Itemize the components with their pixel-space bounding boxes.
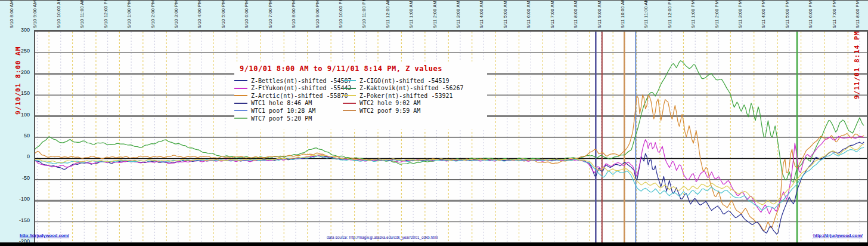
x-axis-label: 9/11 8:00 AM <box>573 1 578 28</box>
x-axis-label: 9/10 6:00 PM <box>244 0 249 28</box>
y-axis-label: 50 <box>5 133 30 139</box>
y-axis-label: -100 <box>5 196 30 202</box>
legend-swatch <box>234 80 247 81</box>
x-axis-label: 9/11 5:00 PM <box>785 1 790 28</box>
x-axis-label: 9/10 4:00 PM <box>197 0 202 28</box>
x-axis-label: 9/10 11:00 PM <box>361 0 367 28</box>
x-axis-band: 9/10 8:00 AM9/10 9:00 AM9/10 10:00 AM9/1… <box>0 0 868 30</box>
y-axis-label: -200 <box>5 238 30 244</box>
x-axis-label: 9/11 1:00 AM <box>408 1 414 28</box>
legend-item: Z-Arctic(nt)-shifted -55870 <box>234 92 348 99</box>
x-axis-label: 9/11 4:00 PM <box>761 1 766 28</box>
x-axis-label: 9/10 5:00 PM <box>221 0 226 28</box>
legend-swatch <box>234 110 247 111</box>
x-axis-label: 9/11 7:00 AM <box>550 1 555 28</box>
series-z-ftyukon-nt-shifted <box>35 136 864 214</box>
y-axis-label: 250 <box>5 48 30 54</box>
x-axis-label: 9/11 12:00 PM <box>667 0 672 28</box>
series-z-bettles-nt-shifted <box>35 142 864 234</box>
magnetometer-chart-page: 9/10 8:00 AM9/10 9:00 AM9/10 10:00 AM9/1… <box>0 0 868 246</box>
x-axis-label: 9/10 10:00 PM <box>338 0 343 28</box>
legend-swatch <box>234 103 247 104</box>
x-axis-label: 9/11 6:00 PM <box>808 1 813 28</box>
legend-item: WTC2 hole 9:02 AM <box>343 100 420 107</box>
bottom-bar <box>0 242 868 246</box>
x-axis-label: 9/10 9:00 AM <box>32 0 38 28</box>
x-axis-label: 9/11 3:00 AM <box>455 1 461 28</box>
legend-label: WTC2 hole 9:02 AM <box>359 100 420 106</box>
y-axis-label: 300 <box>5 27 30 33</box>
x-axis-label: 9/11 3:00 PM <box>737 1 743 28</box>
y-axis-label: -50 <box>5 175 30 181</box>
legend-item: Z-FtYukon(nt)-shifted -55442 <box>234 85 352 92</box>
legend-label: Z-CIGO(nt)-shifted -54519 <box>359 78 450 84</box>
y-axis-label: 150 <box>5 90 30 96</box>
legend-swatch <box>343 110 356 111</box>
legend-swatch <box>234 88 247 89</box>
legend-swatch <box>343 95 356 96</box>
x-axis-label: 9/11 12:00 AM <box>385 0 390 28</box>
x-axis-label: 9/10 12:00 PM <box>103 0 108 28</box>
x-axis-label: 9/10 10:00 AM <box>56 0 61 28</box>
bottom-right-link[interactable]: http://drjudywood.com/ <box>813 233 863 238</box>
legend-item: WTC1 poof 10:28 AM <box>234 107 315 114</box>
chart-title: 9/10/01 8:00 AM to 9/11/01 8:14 PM, Z va… <box>240 64 442 73</box>
legend-item: WTC2 poof 9:59 AM <box>343 107 420 114</box>
bottom-left-link[interactable]: http://drjudywood.com/ <box>20 233 69 238</box>
left-date-label: 9/10/01 8:00 AM <box>14 47 22 115</box>
x-axis-label: 9/10 2:00 PM <box>150 0 156 28</box>
x-axis-label: 9/10 11:00 AM <box>79 0 85 28</box>
x-axis-label: 9/10 9:00 PM <box>315 0 320 28</box>
legend-swatch <box>234 118 247 119</box>
legend-swatch <box>343 80 356 81</box>
legend-label: Z-Arctic(nt)-shifted -55870 <box>251 93 348 99</box>
x-axis-label: 9/11 5:00 AM <box>503 1 508 28</box>
y-axis-label: 200 <box>5 69 30 75</box>
x-axis-label: 9/10 1:00 PM <box>126 0 132 28</box>
legend-label: Z-Kaktovik(nt)-shifted -56267 <box>359 85 464 91</box>
x-axis-label: 9/11 2:00 AM <box>432 1 438 28</box>
x-axis-label: 9/10 8:00 PM <box>291 0 296 28</box>
x-axis-label: 9/10 8:00 AM <box>9 0 14 28</box>
x-axis-label: 9/11 10:00 AM <box>620 0 625 28</box>
legend-label: Z-Bettles(nt)-shifted -54587 <box>251 78 352 84</box>
x-axis-label: 9/10 3:00 PM <box>173 0 179 28</box>
x-axis-label: 9/11 9:00 AM <box>597 1 602 28</box>
legend-label: WTC1 hole 8:46 AM <box>251 100 312 106</box>
x-axis-label: 9/11 6:00 AM <box>526 1 531 28</box>
legend-swatch <box>343 88 356 89</box>
y-axis-label: 100 <box>5 112 30 118</box>
right-date-label: 9/11/01 8:14 PM <box>853 31 861 99</box>
legend-label: WTC2 poof 9:59 AM <box>359 107 420 114</box>
x-axis-label: 9/11 1:00 PM <box>690 1 696 28</box>
x-axis-label: 9/11 7:00 PM <box>832 1 837 28</box>
legend-item: Z-Poker(nt)-shifted -53921 <box>343 92 453 99</box>
legend-swatch <box>234 95 247 96</box>
x-axis-label: 9/10 7:00 PM <box>268 0 273 28</box>
data-source-text: data source: http://magw.gi.alaska.edu/c… <box>327 235 438 239</box>
x-axis-label: 9/11 8:00 PM <box>855 1 860 28</box>
legend-item: WTC7 poof 5:20 PM <box>234 115 312 122</box>
legend-item: Z-CIGO(nt)-shifted -54519 <box>343 77 450 84</box>
y-axis-label: 0 <box>5 153 30 159</box>
legend-item: Z-Kaktovik(nt)-shifted -56267 <box>343 85 464 92</box>
series-z-poker-nt-shifted <box>35 144 864 205</box>
x-axis-label: 9/11 4:00 AM <box>479 1 484 28</box>
legend-swatch <box>343 103 356 104</box>
legend-item: WTC1 hole 8:46 AM <box>234 100 312 107</box>
legend-label: WTC7 poof 5:20 PM <box>251 115 312 122</box>
y-axis-label: -150 <box>5 217 30 223</box>
x-axis-label: 9/11 2:00 PM <box>714 1 720 28</box>
legend-item: Z-Bettles(nt)-shifted -54587 <box>234 77 352 84</box>
legend-label: Z-Poker(nt)-shifted -53921 <box>359 93 453 99</box>
plot-area: Z-Bettles(nt)-shifted -54587Z-FtYukon(nt… <box>34 30 868 244</box>
legend-label: WTC1 poof 10:28 AM <box>251 107 315 114</box>
legend-label: Z-FtYukon(nt)-shifted -55442 <box>251 85 352 91</box>
x-axis-label: 9/11 11:00 AM <box>643 0 649 28</box>
